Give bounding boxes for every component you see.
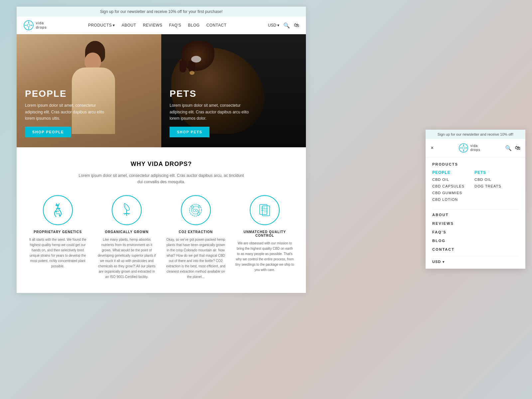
nav-reviews[interactable]: REVIEWS	[143, 23, 163, 28]
people-hero-content: PEOPLE Lorem ipsum dolor sit amet, conse…	[17, 82, 113, 147]
feature-quality-control: UNMATCHED QUALITY CONTROL We are obsesse…	[235, 195, 295, 280]
feature-4-title: UNMATCHED QUALITY CONTROL	[235, 230, 295, 237]
svg-point-1	[27, 24, 30, 27]
mobile-nav-reviews[interactable]: REVIEWS	[432, 221, 519, 225]
logo[interactable]: vida drops	[23, 20, 47, 31]
mobile-logo-icon	[459, 143, 468, 153]
svg-point-16	[59, 208, 60, 209]
svg-point-9	[26, 25, 27, 26]
svg-point-15	[56, 211, 57, 212]
nav-products[interactable]: PRODUCTS ▾	[88, 23, 115, 28]
dna-icon-circle	[43, 195, 73, 225]
nav-faqs[interactable]: FAQ'S	[169, 23, 181, 28]
feature-1-desc: It all starts with the seed. We found th…	[28, 237, 88, 269]
hero-pets-panel: PETS Lorem ipsum dolor sit amet, consect…	[161, 34, 306, 147]
mobile-currency-selector[interactable]: USD ▾	[432, 260, 519, 264]
svg-text:CO₂: CO₂	[193, 209, 199, 212]
mobile-logo: vida drops	[459, 143, 480, 153]
pets-cbd-oil[interactable]: CBD OIL	[474, 178, 501, 182]
co2-icon-circle: CO₂	[181, 195, 211, 225]
feature-co2-extraction: CO₂ CO2 EXTRACTION Okay, so we've got po…	[166, 195, 226, 280]
people-column: PEOPLE CBD OIL CBD CAPSULES CBD GUMMIES …	[432, 170, 465, 204]
feature-organically-grown: ORGANICALLY GROWN Like many plants, hemp…	[97, 195, 157, 280]
menu-divider-1	[432, 209, 519, 209]
svg-point-17	[59, 214, 60, 216]
people-cbd-lotion[interactable]: CBD LOTION	[432, 198, 465, 201]
people-hero-desc: Lorem ipsum dolor sit amet, consectetur …	[25, 102, 105, 122]
pets-column: PETS CBD OIL DOG TREATS	[474, 170, 501, 204]
pets-hero-title: PETS	[170, 88, 249, 99]
products-section-title: PRODUCTS	[432, 162, 519, 166]
why-section: WHY VIDA DROPS? Lorem ipsum dolor sit am…	[17, 147, 306, 293]
currency-selector[interactable]: USD ▾	[268, 23, 279, 28]
feature-3-desc: Okay, so we've got power-packed hemp pla…	[166, 237, 226, 280]
mobile-menu-banner: Sign up for our newsletter and receive 1…	[426, 130, 525, 139]
mobile-cart-icon[interactable]: 🛍	[515, 145, 520, 151]
menu-products-columns: PEOPLE CBD OIL CBD CAPSULES CBD GUMMIES …	[432, 170, 519, 204]
mobile-nav-faqs[interactable]: FAQ'S	[432, 230, 519, 234]
shop-people-button[interactable]: SHOP PEOPLE	[25, 127, 71, 137]
leaf-icon	[118, 202, 135, 218]
quality-icon	[256, 202, 273, 218]
pets-hero-content: PETS Lorem ipsum dolor sit amet, consect…	[161, 82, 258, 147]
why-description: Lorem ipsum dolor sit amet, consectetur …	[78, 173, 244, 185]
chevron-down-icon: ▾	[113, 23, 115, 28]
nav-about[interactable]: ABOUT	[122, 23, 136, 28]
mobile-nav-contact[interactable]: CONTACT	[432, 247, 519, 251]
people-col-title[interactable]: PEOPLE	[432, 170, 465, 175]
nav-contact[interactable]: CONTACT	[206, 23, 227, 28]
svg-point-41	[463, 150, 464, 151]
svg-point-34	[462, 147, 465, 149]
people-hero-title: PEOPLE	[25, 88, 105, 99]
chevron-down-icon: ▾	[277, 23, 279, 28]
svg-point-22	[191, 206, 194, 208]
main-nav: PRODUCTS ▾ ABOUT REVIEWS FAQ'S BLOG CONT…	[88, 23, 226, 28]
svg-point-14	[56, 204, 57, 206]
mobile-menu-body: PRODUCTS PEOPLE CBD OIL CBD CAPSULES CBD…	[426, 157, 525, 269]
mobile-search-icon[interactable]: 🔍	[505, 145, 512, 151]
hero-section: PEOPLE Lorem ipsum dolor sit amet, conse…	[17, 34, 306, 147]
svg-point-7	[31, 25, 32, 26]
close-menu-button[interactable]: ×	[431, 145, 434, 151]
pets-dog-treats[interactable]: DOG TREATS	[474, 184, 501, 188]
people-cbd-gummies[interactable]: CBD GUMMIES	[432, 191, 465, 195]
mobile-nav-blog[interactable]: BLOG	[432, 239, 519, 243]
people-cbd-capsules[interactable]: CBD CAPSULES	[432, 184, 465, 188]
top-banner: Sign up for our newsletter and receive 1…	[17, 7, 306, 17]
mobile-menu: Sign up for our newsletter and receive 1…	[426, 130, 525, 269]
feature-2-title: ORGANICALLY GROWN	[97, 230, 157, 234]
svg-point-8	[28, 28, 29, 29]
header-right: USD ▾ 🔍 🛍	[268, 22, 299, 29]
logo-text: vida drops	[36, 21, 47, 30]
svg-point-42	[461, 148, 462, 149]
svg-point-40	[466, 148, 466, 149]
mobile-menu-actions: 🔍 🛍	[505, 145, 520, 151]
shop-pets-button[interactable]: SHOP PETS	[170, 127, 209, 137]
feature-2-desc: Like many plants, hemp absorbs nutrients…	[97, 237, 157, 280]
feature-proprietary-genetics: PROPRIETARY GENETICS It all starts with …	[28, 195, 88, 280]
features-grid: PROPRIETARY GENETICS It all starts with …	[27, 195, 296, 280]
feature-1-title: PROPRIETARY GENETICS	[28, 230, 88, 234]
nav-blog[interactable]: BLOG	[188, 23, 200, 28]
menu-divider-2	[432, 256, 519, 256]
pets-hero-desc: Lorem ipsum dolor sit amet, consectetur …	[170, 102, 249, 122]
feature-4-desc: We are obsessed with our mission to brin…	[235, 241, 295, 273]
svg-point-23	[198, 205, 200, 207]
svg-point-39	[463, 145, 464, 146]
currency-chevron-icon: ▾	[443, 260, 445, 264]
svg-point-6	[28, 22, 29, 23]
feature-3-title: CO2 EXTRACTION	[166, 230, 226, 234]
quality-icon-circle	[250, 195, 280, 225]
mobile-menu-header: × vida drops	[426, 139, 525, 157]
hero-people-panel: PEOPLE Lorem ipsum dolor sit amet, conse…	[17, 34, 161, 147]
co2-icon: CO₂	[187, 201, 205, 219]
people-cbd-oil[interactable]: CBD OIL	[432, 178, 465, 182]
dna-icon	[50, 202, 66, 218]
leaf-icon-circle	[112, 195, 142, 225]
search-icon[interactable]: 🔍	[283, 22, 290, 29]
cart-icon[interactable]: 🛍	[294, 22, 299, 28]
site-header: vida drops PRODUCTS ▾ ABOUT REVIEWS FAQ'…	[17, 17, 306, 34]
why-title: WHY VIDA DROPS?	[27, 161, 296, 168]
pets-col-title[interactable]: PETS	[474, 170, 501, 175]
mobile-nav-about[interactable]: ABOUT	[432, 213, 519, 217]
